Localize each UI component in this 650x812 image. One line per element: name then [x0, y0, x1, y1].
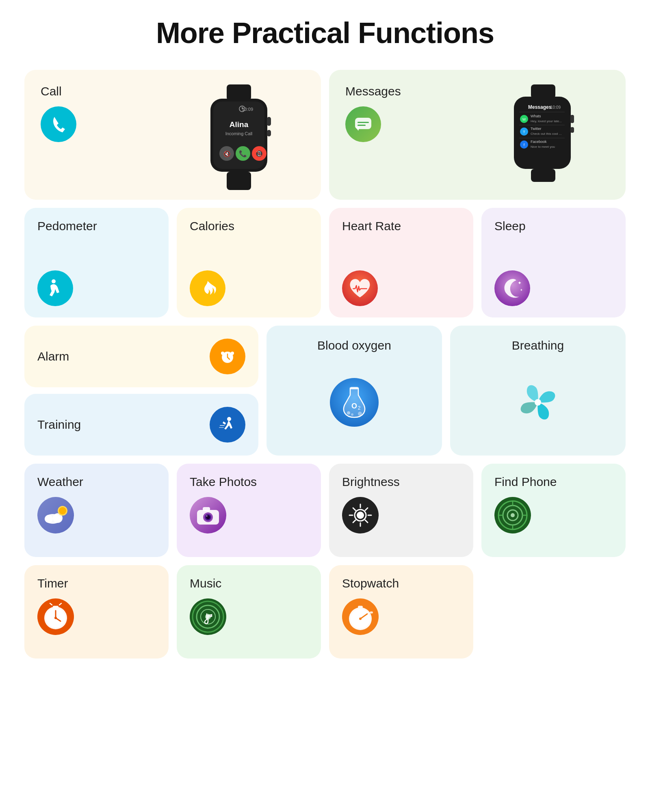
svg-rect-108	[53, 606, 58, 608]
weather-icon	[37, 497, 74, 533]
timer-icon	[37, 598, 74, 635]
svg-text:✦: ✦	[518, 280, 522, 285]
svg-rect-24	[570, 115, 574, 123]
takephotos-label: Take Photos	[190, 475, 257, 489]
svg-point-65	[351, 413, 353, 416]
messages-watch-display: Messages 10:09 W Whats Hey, loved your l…	[477, 84, 609, 182]
breathing-card: Breathing	[450, 326, 626, 456]
svg-point-92	[357, 512, 364, 519]
svg-rect-20	[358, 125, 366, 126]
takephotos-icon	[190, 497, 226, 533]
pedometer-label: Pedometer	[37, 219, 97, 233]
svg-point-68	[535, 399, 541, 406]
svg-rect-121	[370, 611, 373, 613]
svg-text:Incoming Call: Incoming Call	[225, 131, 252, 136]
svg-text:Check out this cool ...: Check out this cool ...	[531, 132, 561, 136]
call-watch-display: 10:09 Alina Incoming Call 🔇 📞 📵	[173, 84, 305, 190]
call-watch-svg: 10:09 Alina Incoming Call 🔇 📞 📵	[204, 84, 273, 190]
svg-point-56	[231, 352, 234, 355]
takephotos-card: Take Photos	[177, 464, 321, 557]
pedometer-icon	[37, 270, 73, 306]
svg-point-58	[227, 417, 231, 421]
breathing-label: Breathing	[512, 339, 564, 352]
row-2: Pedometer Calories Heart Rate	[24, 208, 626, 317]
breathing-icon-wrap	[466, 362, 609, 443]
alarm-card: Alarm	[24, 326, 258, 387]
svg-text:2: 2	[358, 405, 361, 411]
sleep-icon: ✦ ✦	[494, 270, 530, 306]
svg-text:Alina: Alina	[229, 120, 248, 129]
svg-point-55	[221, 352, 224, 355]
messages-watch-svg: Messages 10:09 W Whats Hey, loved your l…	[512, 84, 575, 182]
svg-text:W: W	[522, 117, 526, 121]
svg-point-47	[494, 270, 530, 306]
music-icon	[190, 598, 226, 635]
call-card: Call	[24, 70, 321, 200]
training-icon	[210, 407, 245, 443]
messages-card: Messages	[329, 70, 626, 200]
svg-text:10:09: 10:09	[550, 105, 561, 110]
row-1: Call	[24, 70, 626, 200]
stopwatch-card: Stopwatch	[329, 565, 473, 659]
messages-icon	[345, 106, 381, 142]
row-3: Alarm Tr	[24, 326, 626, 456]
messages-label: Messages	[345, 84, 401, 98]
svg-text:T: T	[523, 130, 525, 134]
svg-rect-19	[358, 122, 369, 123]
stopwatch-label: Stopwatch	[342, 577, 399, 590]
svg-point-81	[206, 515, 208, 517]
call-label: Call	[41, 84, 62, 98]
functions-grid: Call	[24, 70, 626, 659]
svg-text:Facebook: Facebook	[531, 140, 547, 144]
svg-text:Whats: Whats	[531, 114, 541, 118]
heartrate-icon	[342, 270, 378, 306]
svg-point-107	[54, 617, 57, 619]
svg-point-119	[359, 618, 362, 620]
alarm-icon	[210, 339, 245, 374]
svg-point-74	[59, 507, 66, 514]
sleep-card: Sleep ✦ ✦	[481, 208, 626, 317]
breathing-icon	[516, 380, 560, 425]
brightness-icon	[342, 497, 379, 533]
svg-rect-77	[203, 507, 210, 511]
svg-text:Nice to meet you: Nice to meet you	[531, 145, 555, 149]
music-label: Music	[190, 577, 221, 590]
svg-text:Hey, loved your late...: Hey, loved your late...	[531, 119, 562, 123]
svg-rect-4	[267, 130, 271, 136]
call-icon	[41, 106, 76, 142]
svg-text:🔇: 🔇	[223, 151, 230, 158]
svg-point-66	[358, 412, 362, 416]
svg-text:📵: 📵	[255, 150, 263, 158]
timer-card: Timer	[24, 565, 169, 659]
weather-card: Weather	[24, 464, 169, 557]
svg-rect-0	[227, 84, 251, 101]
sleep-label: Sleep	[494, 219, 526, 233]
calories-icon	[190, 270, 225, 306]
bottom-grid: Weather Take Photos	[24, 464, 626, 659]
brightness-card: Brightness	[329, 464, 473, 557]
svg-rect-26	[531, 169, 555, 182]
svg-point-97	[511, 513, 515, 517]
svg-rect-3	[267, 117, 271, 126]
calories-card: Calories	[177, 208, 321, 317]
pedometer-card: Pedometer	[24, 208, 169, 317]
page-title: More Practical Functions	[24, 16, 626, 50]
bloodoxygen-label: Blood oxygen	[317, 339, 391, 352]
timer-label: Timer	[37, 577, 68, 590]
training-label: Training	[37, 418, 81, 432]
findphone-icon	[494, 497, 531, 533]
empty-card	[481, 565, 626, 659]
svg-rect-21	[531, 84, 555, 99]
svg-rect-120	[358, 606, 363, 608]
weather-label: Weather	[37, 475, 83, 489]
training-card: Training	[24, 394, 258, 456]
calories-label: Calories	[190, 219, 234, 233]
bloodoxygen-icon-wrap: O 2	[283, 362, 426, 443]
music-card: Music	[177, 565, 321, 659]
svg-text:O: O	[351, 402, 357, 410]
brightness-label: Brightness	[342, 475, 400, 489]
svg-point-64	[347, 411, 350, 415]
heartrate-label: Heart Rate	[342, 219, 401, 233]
svg-rect-25	[570, 127, 574, 133]
findphone-card: Find Phone	[481, 464, 626, 557]
